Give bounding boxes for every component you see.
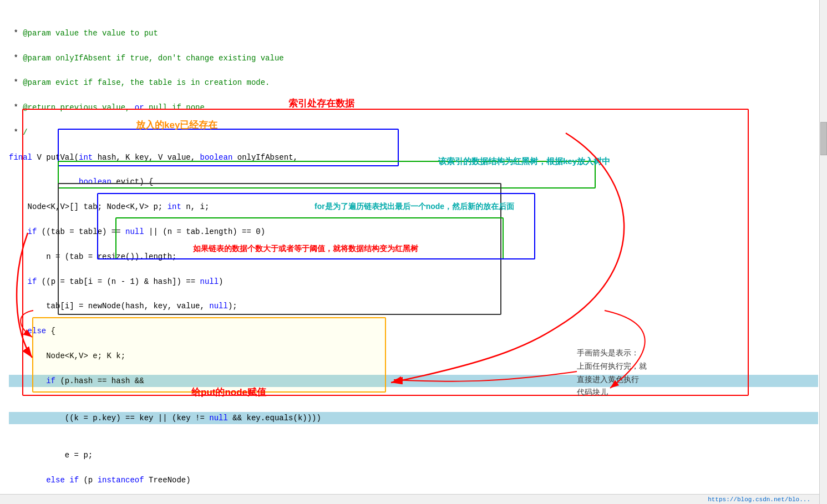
code-line-15: if (p.hash == hash &&: [9, 375, 818, 387]
code-line-12: tab[i] = newNode(hash, key, value, null)…: [9, 302, 237, 310]
code-line-8: Node<K,V>[] tab; Node<K,V> p; int n, i;: [9, 202, 209, 211]
page-url-link[interactable]: https://blog.csdn.net/blo...: [708, 496, 810, 503]
code-line-10: n = (tab = resize()).length;: [9, 252, 176, 261]
code-line-7: boolean evict) {: [9, 177, 153, 186]
code-display: * @param value the value to put * @param…: [0, 0, 827, 504]
scrollbar[interactable]: [819, 0, 827, 504]
code-line-13: else {: [9, 327, 55, 335]
code-line-18: else if (p instanceof TreeNode): [9, 476, 191, 485]
code-line-11: if ((p = tab[i = (n - 1) & hash]) == nul…: [9, 277, 224, 286]
code-line-2: * @param onlyIfAbsent if true, don't cha…: [9, 54, 284, 63]
code-line-16: ((k = p.key) == key || (key != null && k…: [9, 412, 818, 424]
code-line-5: * /: [9, 128, 28, 137]
code-line-4: * @return previous value, or null if non…: [9, 103, 205, 112]
label-hand-arrow: 手画箭头是表示： 上面任何执行完，就 直接进入黄色执行 代码块儿: [577, 347, 647, 399]
code-line-17: e = p;: [9, 451, 93, 460]
scrollbar-thumb[interactable]: [820, 122, 827, 155]
code-line-6: final V putVal(int hash, K key, V value,…: [9, 153, 298, 162]
code-line-3: * @param evict if false, the table is in…: [9, 78, 270, 87]
code-line-1: * @param value the value to put: [9, 29, 158, 38]
code-line-9: if ((tab = table) == null || (n = tab.le…: [9, 227, 265, 236]
code-line-14: Node<K,V> e; K k;: [9, 352, 125, 360]
bottom-bar: https://blog.csdn.net/blo...: [0, 494, 819, 504]
